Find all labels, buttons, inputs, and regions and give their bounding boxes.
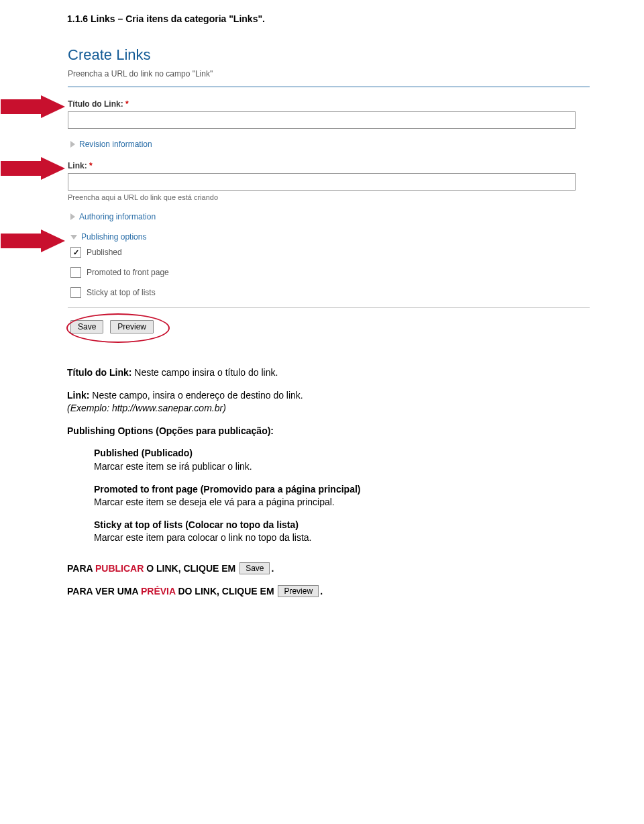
explain-sticky: Sticky at top of lists (Colocar no topo … [94, 519, 597, 545]
published-label: Published [87, 248, 122, 257]
triangle-down-icon [70, 235, 77, 240]
form-screenshot: Create Links Preencha a URL do link no c… [60, 38, 597, 346]
divider [68, 307, 590, 308]
svg-marker-0 [1, 95, 65, 118]
callout-arrow-icon [1, 95, 65, 118]
sticky-row[interactable]: Sticky at top of lists [70, 287, 590, 298]
titulo-label: Título do Link: * [68, 99, 590, 109]
publishing-label: Publishing options [81, 232, 146, 242]
authoring-label: Authoring information [79, 212, 156, 221]
revision-label: Revision information [79, 140, 152, 149]
explain-promoted: Promoted to front page (Promovido para a… [94, 483, 597, 509]
explain-link: Link: Neste campo, insira o endereço de … [67, 389, 597, 415]
section-heading: 1.1.6 Links – Cria itens da categoria "L… [67, 13, 597, 24]
triangle-right-icon [70, 213, 75, 220]
divider [68, 87, 590, 87]
instr-preview: PARA VER UMA PRÉVIA DO LINK, CLIQUE EM P… [67, 585, 597, 599]
required-asterisk: * [89, 161, 93, 170]
titulo-label-text: Título do Link: [68, 99, 123, 109]
svg-marker-2 [1, 229, 65, 252]
explain-published: Published (Publicado)Marcar este item se… [94, 447, 597, 473]
callout-arrow-icon [1, 229, 65, 252]
instr-save: PARA PUBLICAR O LINK, CLIQUE EM Save. [67, 562, 597, 576]
explain-titulo: Título do Link: Neste campo insira o tít… [67, 366, 597, 380]
revision-info-toggle[interactable]: Revision information [70, 140, 590, 149]
titulo-input[interactable] [68, 111, 576, 129]
link-label: Link: * [68, 161, 590, 170]
triangle-right-icon [70, 141, 75, 148]
form-subtitle: Preencha a URL do link no campo "Link" [68, 69, 590, 79]
link-help-text: Preencha aqui a URL do link que está cri… [68, 193, 590, 201]
link-input[interactable] [68, 173, 576, 191]
preview-button-inline: Preview [278, 585, 319, 597]
save-button[interactable]: Save [70, 320, 103, 333]
checkbox-checked-icon[interactable] [70, 247, 81, 258]
promoted-row[interactable]: Promoted to front page [70, 267, 590, 278]
checkbox-icon[interactable] [70, 287, 81, 298]
form-title: Create Links [68, 46, 590, 64]
explain-pubopt: Publishing Options (Opções para publicaç… [67, 425, 597, 438]
link-label-text: Link: [68, 161, 87, 170]
save-button-inline: Save [239, 562, 270, 574]
authoring-info-toggle[interactable]: Authoring information [70, 212, 590, 221]
sticky-label: Sticky at top of lists [87, 288, 156, 297]
published-row[interactable]: Published [70, 247, 590, 258]
publishing-options-toggle[interactable]: Publishing options [70, 232, 590, 242]
svg-marker-1 [1, 157, 65, 180]
required-asterisk: * [125, 99, 129, 109]
callout-arrow-icon [1, 157, 65, 180]
preview-button[interactable]: Preview [110, 320, 154, 333]
promoted-label: Promoted to front page [87, 268, 169, 277]
checkbox-icon[interactable] [70, 267, 81, 278]
